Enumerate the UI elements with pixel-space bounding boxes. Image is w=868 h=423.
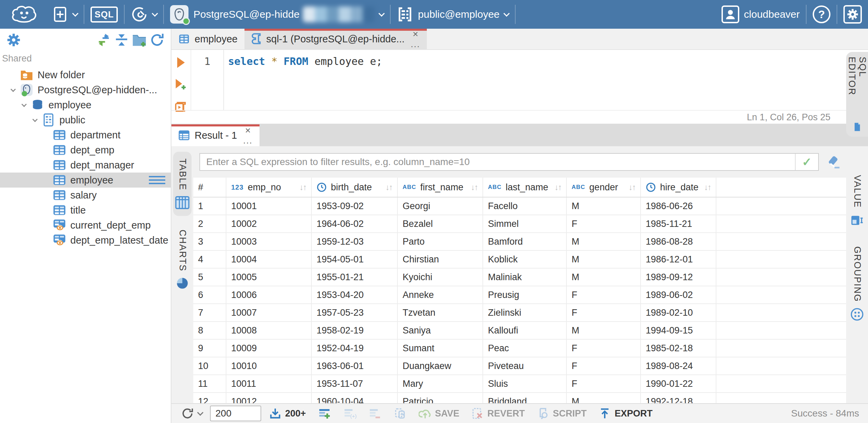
delete-row-button[interactable] xyxy=(364,407,386,420)
help-button[interactable]: ? xyxy=(807,0,837,29)
grid-cell[interactable]: 1953-09-02 xyxy=(312,197,398,215)
grid-cell[interactable]: Bezalel xyxy=(398,215,483,232)
tree-item-dept-emp-latest-date[interactable]: dept_emp_latest_date xyxy=(0,233,171,248)
grid-cell[interactable]: 10005 xyxy=(226,269,312,286)
grid-cell[interactable]: 1985-11-21 xyxy=(641,215,716,232)
sort-arrows-icon[interactable]: ↓↑ xyxy=(467,182,478,192)
grid-cell[interactable]: F xyxy=(567,357,641,374)
grid-cell[interactable]: Bridgland xyxy=(483,393,567,403)
sort-arrows-icon[interactable]: ↓↑ xyxy=(701,182,711,192)
column-header-first_name[interactable]: ABCfirst_name↓↑ xyxy=(398,178,483,197)
grid-cell[interactable]: Facello xyxy=(483,197,567,215)
row-number-cell[interactable]: 11 xyxy=(193,375,226,392)
tab-grouping-panel[interactable]: GROUPING xyxy=(850,246,864,321)
grid-cell[interactable]: Sluis xyxy=(483,375,567,392)
user-menu[interactable]: cloudbeaver xyxy=(715,0,806,29)
grid-cell[interactable]: 10008 xyxy=(226,322,312,339)
new-connection-button[interactable] xyxy=(46,0,84,29)
grid-cell[interactable]: 1963-06-01 xyxy=(312,357,398,374)
row-limit-input[interactable] xyxy=(210,406,261,421)
grid-cell[interactable]: M xyxy=(567,322,641,339)
fetch-more-button[interactable]: 200+ xyxy=(265,407,310,420)
grid-cell[interactable]: 1989-09-12 xyxy=(641,269,716,286)
tree-item-current-dept-emp[interactable]: current_dept_emp xyxy=(0,218,171,233)
revert-button[interactable]: REVERT xyxy=(467,407,529,420)
grid-cell[interactable]: 10007 xyxy=(226,304,312,321)
grid-cell[interactable]: 1954-05-01 xyxy=(312,251,398,268)
row-number-cell[interactable]: 2 xyxy=(193,215,226,232)
grid-cell[interactable]: F xyxy=(567,215,641,232)
grid-cell[interactable]: Bamford xyxy=(483,233,567,250)
settings-button[interactable] xyxy=(837,0,868,29)
grid-cell[interactable]: Kalloufi xyxy=(483,322,567,339)
grid-cell[interactable]: 1986-08-28 xyxy=(641,233,716,250)
grid-cell[interactable]: 1964-06-02 xyxy=(312,215,398,232)
grid-cell[interactable]: 10003 xyxy=(226,233,312,250)
row-number-cell[interactable]: 1 xyxy=(193,197,226,215)
grid-cell[interactable]: 1990-01-22 xyxy=(641,375,716,392)
script-button[interactable]: SCRIPT xyxy=(532,407,591,420)
row-number-cell[interactable]: 10 xyxy=(193,357,226,374)
grid-cell[interactable]: Mary xyxy=(398,375,483,392)
grid-cell[interactable]: Duangkaew xyxy=(398,357,483,374)
expander-chevron-icon[interactable] xyxy=(17,104,31,106)
grid-cell[interactable]: Tzvetan xyxy=(398,304,483,321)
grid-cell[interactable]: M xyxy=(567,233,641,250)
grid-cell[interactable]: 1955-01-21 xyxy=(312,269,398,286)
grid-cell[interactable]: Peac xyxy=(483,340,567,357)
grid-cell[interactable]: Kyoichi xyxy=(398,269,483,286)
grid-cell[interactable]: 10012 xyxy=(226,393,312,403)
grid-cell[interactable]: 1959-12-03 xyxy=(312,233,398,250)
grid-cell[interactable]: 10011 xyxy=(226,375,312,392)
grid-cell[interactable]: Maliniak xyxy=(483,269,567,286)
column-header-emp_no[interactable]: 123emp_no↓↑ xyxy=(226,178,312,197)
grid-cell[interactable]: M xyxy=(567,197,641,215)
grid-cell[interactable]: Preusig xyxy=(483,286,567,303)
column-header-last_name[interactable]: ABClast_name↓↑ xyxy=(483,178,567,197)
grid-cell[interactable]: M xyxy=(567,393,641,403)
tree-item-employee[interactable]: employee xyxy=(0,173,171,188)
grid-cell[interactable]: Chirstian xyxy=(398,251,483,268)
grid-cell[interactable]: 1953-11-07 xyxy=(312,375,398,392)
item-menu-icon[interactable] xyxy=(149,176,165,184)
link-with-editor-icon[interactable] xyxy=(95,31,113,49)
grid-cell[interactable]: Piveteau xyxy=(483,357,567,374)
grid-cell[interactable]: 1992-12-18 xyxy=(641,393,716,403)
tab-table-view[interactable]: TABLE xyxy=(173,152,192,216)
tab-menu-icon[interactable]: ... xyxy=(411,40,420,49)
grid-cell[interactable]: Sumant xyxy=(398,340,483,357)
grid-cell[interactable]: F xyxy=(567,304,641,321)
execute-new-tab-button[interactable] xyxy=(174,78,188,92)
driver-tools-button[interactable] xyxy=(125,0,163,29)
new-folder-icon[interactable] xyxy=(130,31,148,49)
grid-cell[interactable]: F xyxy=(567,375,641,392)
tab-result-1[interactable]: Result - 1 × ... xyxy=(171,124,260,146)
grid-cell[interactable]: Anneke xyxy=(398,286,483,303)
tree-item-employee[interactable]: employee xyxy=(0,97,171,112)
grid-cell[interactable]: 1952-04-19 xyxy=(312,340,398,357)
refresh-results-button[interactable] xyxy=(177,407,207,420)
collapse-all-icon[interactable] xyxy=(113,31,130,49)
grid-cell[interactable]: Parto xyxy=(398,233,483,250)
tree-item-public[interactable]: public xyxy=(0,112,171,127)
refresh-icon[interactable] xyxy=(148,31,166,49)
tree-item-postgresql-ep-hidden[interactable]: PostgreSQL@ep-hidden-... xyxy=(0,82,171,97)
grid-cell[interactable]: 1986-12-01 xyxy=(641,251,716,268)
tab-value-panel[interactable]: VALUE xyxy=(850,175,864,227)
grid-cell[interactable]: 1953-04-20 xyxy=(312,286,398,303)
grid-cell[interactable]: 1989-02-10 xyxy=(641,304,716,321)
grid-cell[interactable]: M xyxy=(567,269,641,286)
grid-cell[interactable]: Koblick xyxy=(483,251,567,268)
new-sql-editor-button[interactable]: SQL xyxy=(84,0,124,29)
copy-cell-button[interactable] xyxy=(389,407,411,420)
row-number-cell[interactable]: 6 xyxy=(193,286,226,303)
tab-sql-editor[interactable]: sql-1 (PostgreSQL@ep-hidde... × ... xyxy=(244,29,427,49)
grid-cell[interactable]: 10004 xyxy=(226,251,312,268)
grid-cell[interactable]: 1985-02-18 xyxy=(641,340,716,357)
row-number-cell[interactable]: 5 xyxy=(193,269,226,286)
row-number-cell[interactable]: 9 xyxy=(193,340,226,357)
add-row-button[interactable] xyxy=(313,407,335,420)
sort-arrows-icon[interactable]: ↓↑ xyxy=(296,182,306,192)
grid-cell[interactable]: Saniya xyxy=(398,322,483,339)
close-icon[interactable]: × xyxy=(412,29,418,39)
